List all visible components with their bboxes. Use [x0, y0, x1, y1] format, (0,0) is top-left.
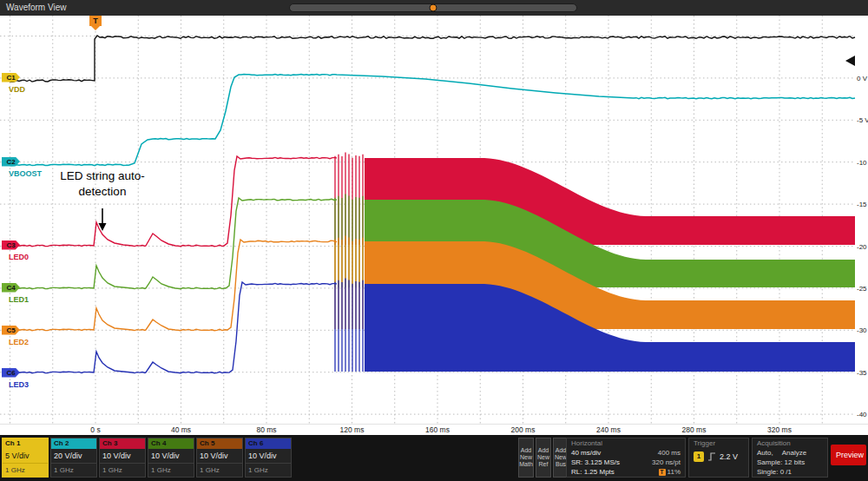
sample-rate-value: SR: 3.125 MS/s [571, 458, 620, 467]
waveform-plot-area[interactable]: T LED string auto- detection C1VDDC2VBOO… [0, 16, 868, 424]
channel-badge-ch4[interactable]: Ch 410 V/div1 GHz [148, 438, 194, 478]
trigger-position-percent: 11% [667, 468, 681, 476]
acquisition-mode: Auto, [757, 448, 773, 458]
channel-bandwidth-value: 1 GHz [246, 464, 291, 477]
channel-bandwidth-value: 1 GHz [148, 464, 194, 477]
channel-badge-ch5[interactable]: Ch 510 V/div1 GHz [196, 438, 243, 478]
time-label: 160 ms [425, 425, 450, 434]
channel-box-header: Ch 4 [148, 438, 194, 449]
annotation-led-auto-detection: LED string auto- detection [33, 168, 172, 200]
volt-label: -35 V [857, 368, 868, 376]
trigger-panel-title: Trigger [689, 438, 748, 448]
trigger-level-value: 2.2 V [720, 452, 738, 461]
channel-bandwidth-value: 1 GHz [197, 464, 242, 477]
horizontal-row-recordlength: RL: 1.25 Mpts T11% [567, 467, 685, 477]
channel-badge-ch1[interactable]: Ch 15 V/div1 GHz [2, 438, 49, 478]
led1-trace [9, 198, 337, 289]
volt-label: -5 V [857, 116, 868, 124]
trigger-flag-label: T [93, 16, 98, 25]
time-label: 280 ms [682, 425, 707, 434]
horizontal-panel-title: Horizontal [567, 438, 685, 448]
pwm-bands [335, 152, 855, 372]
horizontal-scale-value: 40 ms/div [571, 448, 601, 458]
acquisition-panel-title: Acquisition [753, 438, 827, 448]
time-label: 80 ms [256, 425, 276, 434]
volt-label: -40 V [857, 411, 868, 418]
sample-interval-value: 320 ns/pt [652, 458, 681, 467]
time-label: 120 ms [340, 425, 365, 434]
trigger-chip-icon: T [659, 469, 666, 476]
channel-vdiv-value: 5 V/div [3, 449, 48, 464]
volt-label: -30 V [857, 326, 868, 334]
waveform-canvas [0, 16, 868, 424]
channel-vdiv-value: 20 V/div [51, 449, 96, 464]
time-label: 200 ms [511, 425, 536, 434]
channel-name-label-led2: LED2 [9, 338, 29, 346]
channel-badge-ch3[interactable]: Ch 310 V/div1 GHz [99, 438, 146, 478]
annotation-line-2: detection [33, 184, 172, 200]
channel-vdiv-value: 10 V/div [100, 449, 145, 464]
channel-box-header: Ch 6 [246, 438, 291, 449]
oscilloscope-screen: Waveform View T LED string auto- detecti… [0, 0, 868, 481]
channel-name-label-vdd: VDD [9, 85, 25, 94]
channel-vdiv-value: 10 V/div [246, 449, 291, 464]
led2-trace [9, 240, 337, 331]
trigger-position-flag[interactable]: T [89, 16, 102, 26]
pan-indicator-icon[interactable] [430, 4, 437, 12]
trigger-settings-row: 1 2.2 V [689, 448, 748, 462]
acquisition-panel[interactable]: Acquisition Auto, Analyze Sample: 12 bit… [752, 438, 828, 478]
rising-edge-icon [707, 451, 716, 462]
channel-box-header: Ch 1 [3, 438, 48, 449]
time-label: 320 ms [767, 425, 792, 434]
channel-bandwidth-value: 1 GHz [51, 464, 96, 477]
horizontal-panel[interactable]: Horizontal 40 ms/div 400 ms SR: 3.125 MS… [566, 438, 686, 478]
volt-label: -20 V [857, 242, 868, 250]
add-new-ref-button[interactable]: AddNewRef [536, 438, 551, 478]
channel-box-header: Ch 3 [100, 438, 145, 449]
time-label: 40 ms [171, 425, 191, 434]
channel-bandwidth-value: 1 GHz [100, 464, 145, 477]
preview-button[interactable]: Preview [831, 445, 866, 465]
channel-bandwidth-value: 1 GHz [3, 464, 48, 477]
horizontal-row-samplerate: SR: 3.125 MS/s 320 ns/pt [567, 458, 685, 467]
record-length-value: RL: 1.25 Mpts [571, 467, 615, 477]
channel-vdiv-value: 10 V/div [148, 449, 194, 464]
trigger-source-badge: 1 [694, 451, 704, 462]
horizontal-row-scale: 40 ms/div 400 ms [567, 448, 685, 458]
acquisition-analyze: Analyze [782, 448, 806, 458]
volt-label: -25 V [857, 285, 868, 293]
channel-badge-ch2[interactable]: Ch 220 V/div1 GHz [50, 438, 97, 478]
volt-label: -10 V [857, 158, 868, 166]
channel-box-header: Ch 5 [197, 438, 242, 449]
acquisition-single-count: Single: 0 /1 [757, 467, 792, 477]
volt-label: 0 V [857, 75, 867, 82]
channel-box-header: Ch 2 [51, 438, 96, 449]
time-label: 0 s [90, 425, 100, 434]
trigger-level-arrow [845, 56, 855, 66]
time-label: 240 ms [596, 425, 621, 434]
add-new-math-button[interactable]: AddNewMath [518, 438, 534, 478]
channel-vdiv-value: 10 V/div [197, 449, 242, 464]
titlebar: Waveform View [0, 0, 868, 16]
channel-name-label-led1: LED1 [9, 295, 29, 304]
channel-name-label-vboost: VBOOST [9, 169, 42, 178]
time-axis: 0 s40 ms80 ms120 ms160 ms200 ms240 ms280… [0, 424, 868, 436]
led3-trace [9, 282, 337, 373]
vdd-trace [9, 36, 855, 82]
horizontal-scrollbar[interactable] [289, 3, 577, 12]
channel-badge-ch6[interactable]: Ch 610 V/div1 GHz [245, 438, 292, 478]
vboost-trace [9, 74, 855, 165]
horizontal-window-value: 400 ms [658, 448, 681, 458]
volt-label: -15 V [857, 201, 868, 208]
window-title: Waveform View [6, 0, 66, 16]
trigger-panel[interactable]: Trigger 1 2.2 V [688, 438, 749, 478]
acquisition-sample-bits: Sample: 12 bits [757, 458, 805, 467]
settings-bar: Ch 15 V/div1 GHzCh 220 V/div1 GHzCh 310 … [0, 435, 868, 481]
channel-name-label-led3: LED3 [9, 380, 29, 389]
channel-name-label-led0: LED0 [9, 253, 29, 261]
annotation-line-1: LED string auto- [33, 168, 172, 184]
